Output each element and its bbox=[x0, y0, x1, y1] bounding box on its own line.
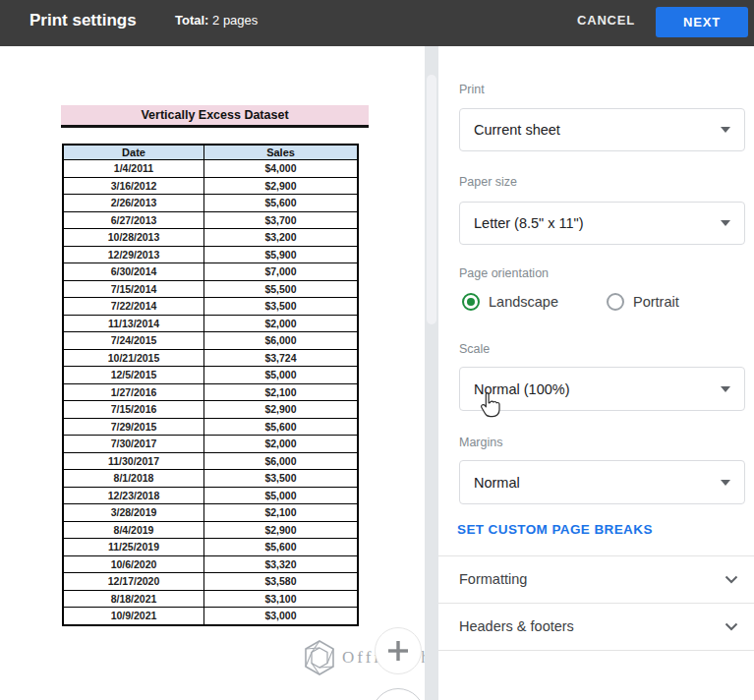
zoom-in-button[interactable] bbox=[375, 627, 422, 674]
print-dropdown[interactable]: Current sheet bbox=[459, 108, 745, 151]
total-pages: Total: 2 pages bbox=[175, 13, 258, 28]
table-row: 10/28/2013$3,200 bbox=[63, 229, 358, 247]
print-field-label: Print bbox=[459, 83, 485, 96]
sales-cell: $2,100 bbox=[204, 504, 359, 522]
preview-table: Date Sales 1/4/2011$4,0003/16/2012$2,900… bbox=[62, 144, 359, 626]
sales-cell: $5,900 bbox=[204, 246, 359, 263]
paper-size-field-label: Paper size bbox=[459, 175, 517, 189]
table-row: 7/15/2016$2,900 bbox=[63, 401, 358, 419]
sales-cell: $2,000 bbox=[204, 315, 359, 332]
date-cell: 7/15/2016 bbox=[63, 401, 204, 419]
formatting-section[interactable]: Formatting bbox=[438, 556, 754, 603]
date-cell: 6/30/2014 bbox=[63, 263, 204, 281]
plus-icon bbox=[387, 640, 409, 662]
table-row: 8/18/2021$3,100 bbox=[63, 590, 358, 608]
sales-cell: $6,000 bbox=[204, 452, 359, 470]
sales-cell: $5,000 bbox=[204, 367, 359, 384]
date-cell: 8/1/2018 bbox=[63, 470, 204, 488]
date-cell: 11/25/2019 bbox=[63, 539, 204, 556]
sales-cell: $6,000 bbox=[204, 332, 359, 350]
margins-dropdown-value: Normal bbox=[474, 475, 520, 491]
sales-cell: $2,900 bbox=[204, 177, 359, 195]
date-cell: 10/28/2013 bbox=[63, 229, 204, 247]
table-row: 1/4/2011$4,000 bbox=[63, 160, 358, 178]
sales-cell: $5,500 bbox=[204, 280, 359, 298]
set-custom-page-breaks-link[interactable]: SET CUSTOM PAGE BREAKS bbox=[457, 522, 653, 537]
table-row: 7/29/2015$5,600 bbox=[63, 418, 358, 436]
sales-cell: $5,600 bbox=[204, 539, 359, 556]
date-cell: 7/24/2015 bbox=[63, 332, 204, 350]
total-label: Total: bbox=[175, 13, 208, 28]
sales-cell: $5,600 bbox=[204, 195, 359, 212]
cancel-button[interactable]: CANCEL bbox=[577, 13, 635, 28]
sales-cell: $3,500 bbox=[204, 470, 359, 488]
sales-cell: $2,000 bbox=[204, 436, 359, 453]
sales-cell: $3,100 bbox=[204, 590, 359, 608]
table-row: 2/26/2013$5,600 bbox=[63, 195, 358, 212]
landscape-radio-label: Landscape bbox=[489, 294, 558, 310]
total-value: 2 pages bbox=[212, 13, 258, 28]
date-cell: 12/5/2015 bbox=[63, 367, 204, 384]
table-row: 12/17/2020$3,580 bbox=[63, 573, 358, 591]
scale-dropdown[interactable]: Normal (100%) bbox=[459, 367, 745, 411]
table-row: 10/9/2021$3,000 bbox=[63, 608, 358, 625]
sales-cell: $3,320 bbox=[204, 555, 359, 573]
radio-unselected-icon bbox=[607, 293, 624, 311]
divider bbox=[438, 650, 754, 651]
sales-cell: $3,580 bbox=[204, 573, 359, 591]
paper-size-dropdown[interactable]: Letter (8.5" x 11") bbox=[459, 202, 745, 245]
paper-size-dropdown-value: Letter (8.5" x 11") bbox=[474, 215, 584, 231]
next-button[interactable]: NEXT bbox=[656, 7, 748, 37]
date-cell: 12/23/2018 bbox=[63, 487, 204, 504]
portrait-radio[interactable]: Portrait bbox=[607, 293, 679, 311]
table-row: 11/25/2019$5,600 bbox=[63, 539, 358, 556]
table-row: 7/30/2017$2,000 bbox=[63, 436, 358, 453]
panel-scrollbar-thumb[interactable] bbox=[427, 75, 436, 324]
date-cell: 10/6/2020 bbox=[63, 555, 204, 573]
print-dropdown-value: Current sheet bbox=[474, 122, 560, 138]
sales-cell: $5,600 bbox=[204, 418, 359, 436]
dropdown-arrow-icon bbox=[721, 220, 730, 226]
sales-cell: $2,900 bbox=[204, 401, 359, 419]
margins-dropdown[interactable]: Normal bbox=[459, 460, 745, 504]
headers-footers-section[interactable]: Headers & footers bbox=[438, 604, 754, 650]
portrait-radio-label: Portrait bbox=[633, 294, 679, 310]
table-row: 8/4/2019$2,900 bbox=[63, 521, 358, 539]
table-row: 1/27/2016$2,100 bbox=[63, 383, 358, 401]
sheet-title-band: Vertically Excess Dataset bbox=[61, 105, 369, 128]
table-row: 11/30/2017$6,000 bbox=[63, 452, 358, 470]
date-cell: 1/27/2016 bbox=[63, 383, 204, 401]
radio-selected-icon bbox=[462, 293, 480, 311]
table-row: 11/13/2014$2,000 bbox=[63, 315, 358, 332]
date-cell: 7/29/2015 bbox=[63, 418, 204, 436]
table-row: 3/16/2012$2,900 bbox=[63, 177, 358, 195]
zoom-out-button[interactable] bbox=[372, 688, 425, 700]
date-cell: 3/16/2012 bbox=[63, 177, 204, 195]
date-cell: 7/30/2017 bbox=[63, 436, 204, 453]
date-cell: 7/15/2014 bbox=[63, 280, 204, 298]
date-cell: 11/13/2014 bbox=[63, 315, 204, 332]
table-row: 3/28/2019$2,100 bbox=[63, 504, 358, 522]
date-cell: 12/29/2013 bbox=[63, 246, 204, 263]
chevron-down-icon bbox=[725, 575, 738, 584]
chevron-down-icon bbox=[725, 622, 738, 631]
date-cell: 1/4/2011 bbox=[63, 160, 204, 178]
date-cell: 10/9/2021 bbox=[63, 608, 204, 625]
formatting-section-label: Formatting bbox=[459, 571, 527, 587]
date-cell: 11/30/2017 bbox=[63, 452, 204, 470]
margins-field-label: Margins bbox=[459, 436, 502, 449]
scale-dropdown-value: Normal (100%) bbox=[474, 381, 570, 397]
panel-scrollbar-track[interactable] bbox=[425, 46, 438, 700]
table-row: 6/27/2013$3,700 bbox=[63, 211, 358, 229]
table-row: 12/5/2015$5,000 bbox=[63, 367, 358, 384]
sales-cell: $4,000 bbox=[204, 160, 359, 178]
sales-cell: $3,000 bbox=[204, 608, 359, 625]
landscape-radio[interactable]: Landscape bbox=[462, 293, 558, 311]
sales-cell: $2,100 bbox=[204, 383, 359, 401]
sales-column-header: Sales bbox=[204, 145, 359, 160]
sales-cell: $3,200 bbox=[204, 229, 359, 247]
table-row: 7/15/2014$5,500 bbox=[63, 280, 358, 298]
date-cell: 2/26/2013 bbox=[63, 195, 204, 212]
orientation-field-label: Page orientation bbox=[459, 266, 549, 280]
table-row: 7/24/2015$6,000 bbox=[63, 332, 358, 350]
